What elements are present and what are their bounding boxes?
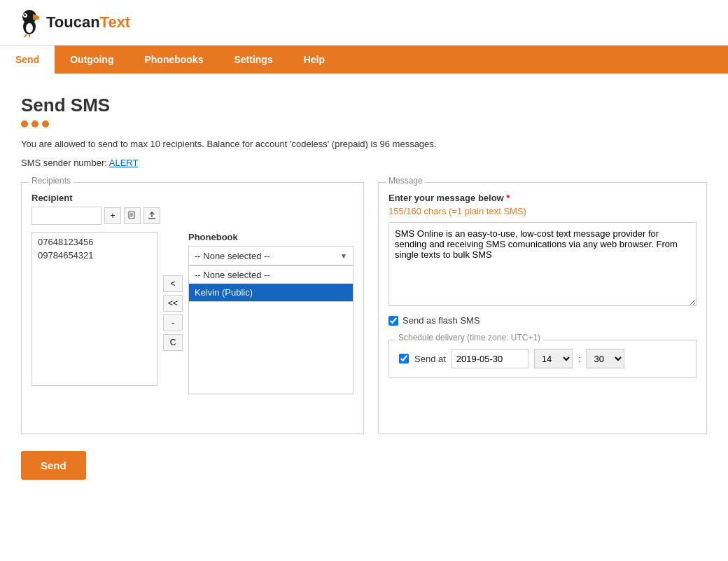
dot-2	[31, 120, 38, 127]
schedule-hour-select[interactable]: 14 0 1 2 3 4 5 6 7 8 9 10 11	[534, 349, 573, 368]
phonebook-label: Phonebook	[188, 232, 354, 242]
phonebook-dropdown-wrapper: -- None selected -- ▼ -- None selected -…	[188, 246, 354, 265]
phone-list[interactable]: 07648123456 09784654321	[31, 232, 158, 386]
nav-help[interactable]: Help	[288, 46, 340, 74]
recipient-input-row: +	[31, 207, 354, 225]
main-nav: Send Outgoing Phonebooks Settings Help	[0, 46, 728, 74]
phone-number-item: 09784654321	[35, 249, 154, 262]
recipients-box-label: Recipients	[29, 176, 74, 186]
upload-button[interactable]	[144, 207, 160, 224]
sender-label: SMS sender number:	[21, 158, 109, 168]
message-box-label: Message	[386, 176, 426, 186]
nav-settings[interactable]: Settings	[218, 46, 288, 74]
phone-number-item: 07648123456	[35, 235, 154, 249]
message-box: Message Enter your message below * 155/1…	[378, 182, 707, 434]
logo-text: ToucanText	[46, 13, 130, 32]
time-separator: :	[578, 354, 581, 364]
recipient-field-label: Recipient	[31, 193, 354, 203]
required-star: *	[506, 193, 510, 203]
recipient-input[interactable]	[31, 207, 102, 225]
schedule-date-input[interactable]	[451, 349, 528, 368]
sender-row: SMS sender number: ALERT	[21, 158, 707, 168]
remove-button[interactable]: -	[163, 314, 183, 331]
nav-outgoing[interactable]: Outgoing	[55, 46, 129, 74]
send-at-label: Send at	[414, 354, 446, 364]
add-recipient-button[interactable]: +	[104, 207, 121, 224]
schedule-checkbox[interactable]	[399, 354, 409, 363]
toucan-logo-icon	[14, 7, 45, 38]
schedule-row: Send at 14 0 1 2 3 4 5 6 7 8	[399, 349, 686, 368]
char-count: 155/160 chars (=1 plain text SMS)	[388, 206, 696, 216]
import-file-icon	[127, 211, 137, 221]
clear-button[interactable]: C	[163, 334, 183, 351]
dot-1	[21, 120, 28, 127]
phonebook-option-none[interactable]: -- None selected --	[189, 266, 353, 284]
import-file-button[interactable]	[124, 207, 141, 224]
arrow-buttons: < << - C	[163, 232, 183, 394]
nav-phonebooks[interactable]: Phonebooks	[129, 46, 218, 74]
move-left-button[interactable]: <	[163, 275, 183, 292]
schedule-minute-select[interactable]: 30 00 05 10 15 20 25 35 40 45 50 55	[586, 349, 624, 368]
move-left-all-button[interactable]: <<	[163, 295, 183, 312]
chevron-down-icon: ▼	[340, 252, 347, 260]
send-button[interactable]: Send	[21, 451, 86, 480]
phonebook-option-kelvin[interactable]: Kelvin (Public)	[189, 284, 353, 301]
title-decoration	[21, 120, 707, 127]
main-content: Send SMS You are allowed to send to max …	[0, 74, 728, 501]
svg-point-4	[26, 23, 33, 33]
svg-point-2	[24, 14, 26, 16]
schedule-box: Schedule delivery (time zone: UTC+1) Sen…	[388, 340, 696, 378]
phonebook-dropdown-list: -- None selected -- Kelvin (Public)	[188, 265, 354, 302]
phonebook-section: Phonebook -- None selected -- ▼ -- None …	[188, 232, 354, 394]
phonebook-selected-value: -- None selected --	[195, 251, 270, 261]
upload-icon	[147, 211, 157, 221]
sender-link[interactable]: ALERT	[109, 158, 139, 168]
info-text: You are allowed to send to max 10 recipi…	[21, 139, 707, 149]
two-col: 07648123456 09784654321 < << - C Phonebo…	[31, 232, 354, 394]
svg-line-5	[24, 34, 27, 37]
message-textarea[interactable]: SMS Online is an easy-to-use, low-cost t…	[388, 222, 696, 306]
phonebook-dropdown[interactable]: -- None selected -- ▼	[188, 246, 354, 265]
enter-message-label: Enter your message below *	[388, 193, 696, 203]
header: ToucanText	[0, 0, 728, 46]
form-row: Recipients Recipient + 076481234	[21, 182, 707, 434]
dot-3	[42, 120, 49, 127]
schedule-label: Schedule delivery (time zone: UTC+1)	[396, 333, 543, 342]
logo: ToucanText	[14, 7, 130, 38]
schedule-wrapper: Schedule delivery (time zone: UTC+1) Sen…	[388, 340, 696, 378]
flash-sms-checkbox[interactable]	[388, 316, 398, 326]
flash-sms-row: Send as flash SMS	[388, 315, 696, 326]
page-title: Send SMS	[21, 95, 707, 116]
flash-sms-label: Send as flash SMS	[402, 315, 480, 326]
nav-send[interactable]: Send	[0, 46, 55, 74]
recipients-box: Recipients Recipient + 076481234	[21, 182, 364, 434]
recipient-section: Recipient +	[31, 193, 354, 225]
